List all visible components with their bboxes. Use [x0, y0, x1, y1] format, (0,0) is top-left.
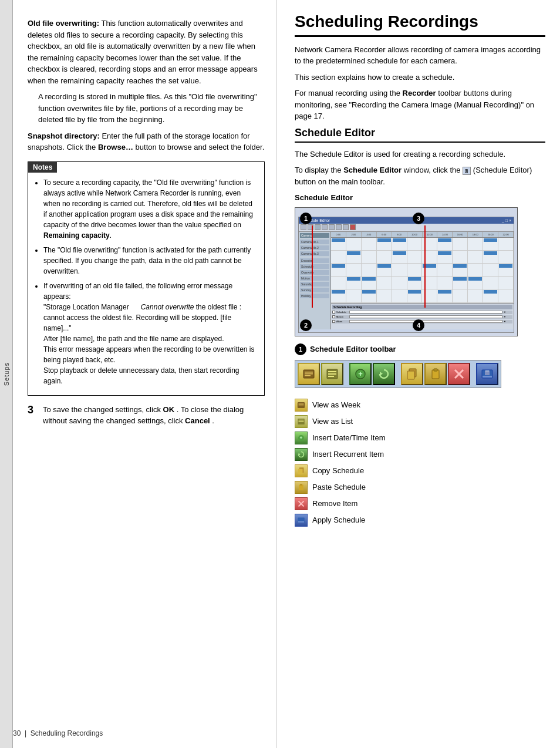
- right-column: Scheduling Recordings Network Camera Rec…: [277, 0, 560, 748]
- mock-tool-3: [315, 224, 321, 230]
- gc-47: [483, 277, 498, 289]
- toolbar-item-insert-datetime: + Insert Date/Time Item: [295, 432, 545, 444]
- gc-17: [392, 251, 407, 264]
- insert-datetime-label: Insert Date/Time Item: [312, 433, 386, 442]
- apply-schedule-button[interactable]: [476, 363, 498, 385]
- view-list-button[interactable]: [321, 363, 343, 385]
- gc-40: [377, 277, 392, 289]
- view-week-button[interactable]: [298, 363, 320, 385]
- paste-schedule-label: Paste Schedule: [312, 483, 366, 491]
- gc-20: [437, 251, 453, 264]
- gc-54: [407, 289, 423, 302]
- view-list-icon: [295, 415, 308, 428]
- cannot-overwrite-text: Cannot overwrite: [141, 303, 194, 311]
- gc-29: [392, 264, 407, 277]
- insert-datetime-button[interactable]: +: [349, 363, 372, 385]
- mock-tool-1: [301, 224, 306, 230]
- gc-32: [437, 264, 453, 277]
- circle-3: 3: [413, 213, 424, 224]
- gc-4: [377, 238, 392, 251]
- h9: 16:00: [453, 232, 468, 237]
- gc-24: [498, 251, 514, 264]
- gc-38: [346, 277, 362, 289]
- mock-tool-6: [336, 224, 342, 230]
- mock-row-label-1: Schedule: [336, 311, 348, 314]
- view-week-label: View as Week: [312, 400, 360, 409]
- mock-row-label-2: ▼: [504, 311, 512, 314]
- step-3-number: 3: [28, 404, 38, 427]
- gc-27: [362, 264, 377, 277]
- svg-rect-25: [299, 419, 304, 420]
- intro-para-3: For manual recording using the Recorder …: [295, 87, 545, 122]
- sep-3: [471, 363, 475, 385]
- mock-sidebar: Cameras Camera No.1 Camera No.2 Camera N…: [299, 232, 331, 329]
- mock-toolbar: [299, 224, 514, 232]
- svg-rect-14: [434, 369, 437, 371]
- copy-schedule-button[interactable]: [401, 363, 423, 385]
- insert-datetime-icon: +: [295, 432, 308, 444]
- svg-rect-26: [299, 421, 304, 422]
- svg-rect-37: [298, 521, 304, 523]
- mock-sunday-1: Sunday: [300, 288, 329, 292]
- gc-41: [392, 277, 407, 289]
- gc-45: [453, 277, 468, 289]
- step-3: 3 To save the changed settings, click OK…: [28, 404, 265, 427]
- gc-16: [377, 251, 392, 264]
- circle-2: 2: [300, 319, 312, 331]
- gc-9: [453, 238, 468, 251]
- gc-11: [483, 238, 498, 251]
- gc-22: [468, 251, 483, 264]
- mock-row-label-5: Alarm: [336, 320, 348, 323]
- toolbar-label: 1 Schedule Editor toolbar: [295, 343, 545, 355]
- mock-overwrite-1: Overwrite: [300, 270, 329, 275]
- old-file-extra: A recording is stored in multiple files.…: [38, 91, 265, 126]
- view-week-icon: [295, 399, 308, 412]
- mock-holiday-1: Holiday: [300, 294, 329, 298]
- notes-item-2: The "Old file overwriting" function is a…: [43, 245, 257, 277]
- view-list-label: View as List: [312, 417, 353, 426]
- mock-grid: 0:00 2:00 4:00 6:00 8:00 10:00 12:00 14:…: [331, 232, 514, 329]
- mock-row-label-3: Motion: [336, 315, 348, 318]
- h1: 0:00: [331, 232, 346, 237]
- toolbar-item-insert-recurrent: Insert Recurrent Item: [295, 448, 545, 461]
- mock-motion-1: Motion: [300, 276, 329, 281]
- mock-cb-3: [332, 320, 335, 323]
- schedule-editor-icon: 🗓: [463, 167, 471, 175]
- gc-14: [346, 251, 362, 264]
- notes-item-1: To secure a recording capacity, the "Old…: [43, 177, 257, 241]
- gc-23: [483, 251, 498, 264]
- mock-bottom-row-1: Schedule ▼: [332, 311, 512, 314]
- gc-12: [498, 238, 514, 251]
- gc-59: [483, 289, 498, 302]
- sep-1: [345, 363, 348, 385]
- gc-48: [498, 277, 514, 289]
- mock-row-label-4: ▼: [504, 315, 512, 318]
- h8: 14:00: [437, 232, 453, 237]
- copy-schedule-label: Copy Schedule: [312, 466, 364, 475]
- gc-49: [331, 289, 346, 302]
- paste-schedule-button[interactable]: [424, 363, 447, 385]
- intro-para-1: Network Camera Recorder allows recording…: [295, 44, 545, 67]
- toolbar-item-view-week: View as Week: [295, 399, 545, 412]
- step3-text1: To save the changed settings, click: [43, 405, 161, 414]
- notes-header: Notes: [28, 162, 57, 173]
- mock-tool-5: [329, 224, 335, 230]
- insert-recurrent-button[interactable]: [373, 363, 395, 385]
- insert-recurrent-label: Insert Recurrent Item: [312, 450, 384, 459]
- gc-50: [346, 289, 362, 302]
- svg-marker-29: [299, 453, 301, 455]
- step-3-text: To save the changed settings, click OK .…: [43, 404, 265, 427]
- old-file-term: Old file overwriting:: [28, 19, 99, 28]
- h11: 20:00: [483, 232, 498, 237]
- svg-text:+: +: [358, 369, 363, 378]
- gc-44: [437, 277, 453, 289]
- intro-para-2: This section explains how to create a sc…: [295, 72, 545, 83]
- toolbar-item-copy-schedule: Copy Schedule: [295, 464, 545, 477]
- remove-item-icon: [295, 497, 308, 510]
- toolbar-items-list: View as Week View as List + Insert Date/…: [295, 399, 545, 527]
- notes-content: To secure a recording capacity, the "Old…: [28, 173, 264, 395]
- remove-item-button[interactable]: [448, 363, 470, 385]
- notes-list: To secure a recording capacity, the "Old…: [35, 177, 257, 386]
- step3-text3: .: [212, 416, 214, 425]
- main-content: Old file overwriting: This function auto…: [13, 0, 560, 748]
